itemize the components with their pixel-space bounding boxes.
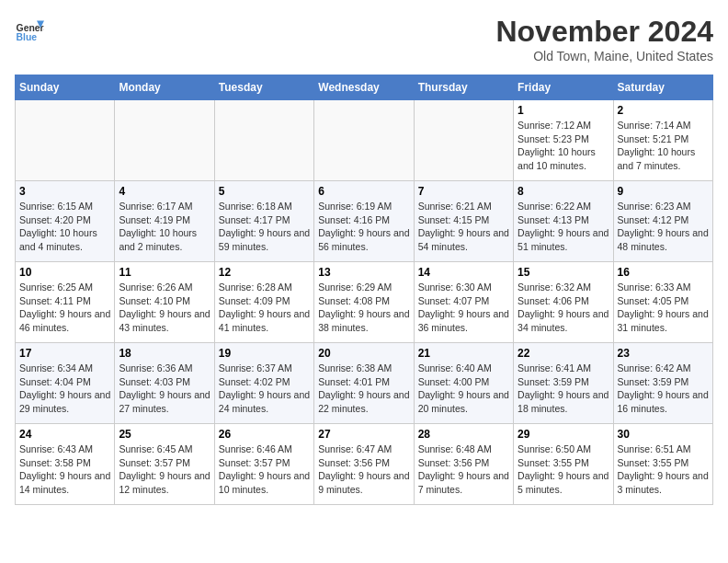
- logo: General Blue: [15, 15, 48, 44]
- day-number: 22: [518, 347, 609, 360]
- day-of-week-header: Sunday: [16, 75, 115, 100]
- day-number: 3: [19, 185, 110, 198]
- calendar-cell: 8Sunrise: 6:22 AM Sunset: 4:13 PM Daylig…: [514, 181, 613, 262]
- day-number: 17: [19, 347, 110, 360]
- day-number: 14: [418, 266, 509, 279]
- day-number: 7: [418, 185, 509, 198]
- day-number: 6: [318, 185, 409, 198]
- calendar-cell: 5Sunrise: 6:18 AM Sunset: 4:17 PM Daylig…: [214, 181, 313, 262]
- day-info: Sunrise: 6:21 AM Sunset: 4:15 PM Dayligh…: [418, 200, 509, 254]
- day-info: Sunrise: 6:47 AM Sunset: 3:56 PM Dayligh…: [318, 442, 409, 497]
- day-info: Sunrise: 6:36 AM Sunset: 4:03 PM Dayligh…: [119, 362, 210, 416]
- day-info: Sunrise: 6:30 AM Sunset: 4:07 PM Dayligh…: [418, 281, 509, 335]
- day-number: 24: [19, 428, 110, 441]
- calendar-cell: [214, 100, 313, 181]
- calendar-cell: [16, 100, 115, 181]
- calendar-week-row: 17Sunrise: 6:34 AM Sunset: 4:04 PM Dayli…: [16, 343, 713, 424]
- day-number: 15: [518, 266, 609, 279]
- calendar-cell: 4Sunrise: 6:17 AM Sunset: 4:19 PM Daylig…: [115, 181, 214, 262]
- day-number: 30: [618, 428, 709, 441]
- title-block: November 2024 Old Town, Maine, United St…: [495, 15, 713, 63]
- calendar-cell: 10Sunrise: 6:25 AM Sunset: 4:11 PM Dayli…: [16, 262, 115, 343]
- svg-text:Blue: Blue: [17, 32, 38, 42]
- calendar-cell: 11Sunrise: 6:26 AM Sunset: 4:10 PM Dayli…: [115, 262, 214, 343]
- day-info: Sunrise: 6:45 AM Sunset: 3:57 PM Dayligh…: [119, 442, 210, 497]
- day-number: 28: [418, 428, 509, 441]
- calendar-cell: 6Sunrise: 6:19 AM Sunset: 4:16 PM Daylig…: [314, 181, 414, 262]
- day-info: Sunrise: 6:17 AM Sunset: 4:19 PM Dayligh…: [119, 200, 210, 254]
- calendar-cell: 22Sunrise: 6:41 AM Sunset: 3:59 PM Dayli…: [514, 343, 613, 424]
- day-info: Sunrise: 6:19 AM Sunset: 4:16 PM Dayligh…: [318, 200, 409, 254]
- calendar-cell: 27Sunrise: 6:47 AM Sunset: 3:56 PM Dayli…: [314, 424, 414, 505]
- calendar-cell: 29Sunrise: 6:50 AM Sunset: 3:55 PM Dayli…: [514, 424, 613, 505]
- day-info: Sunrise: 6:33 AM Sunset: 4:05 PM Dayligh…: [618, 281, 709, 335]
- day-number: 13: [318, 266, 409, 279]
- calendar-week-row: 3Sunrise: 6:15 AM Sunset: 4:20 PM Daylig…: [16, 181, 713, 262]
- day-number: 12: [219, 266, 310, 279]
- day-number: 20: [318, 347, 409, 360]
- calendar-cell: [115, 100, 214, 181]
- calendar-cell: 17Sunrise: 6:34 AM Sunset: 4:04 PM Dayli…: [16, 343, 115, 424]
- calendar-week-row: 10Sunrise: 6:25 AM Sunset: 4:11 PM Dayli…: [16, 262, 713, 343]
- day-info: Sunrise: 6:28 AM Sunset: 4:09 PM Dayligh…: [219, 281, 310, 335]
- calendar-table: SundayMondayTuesdayWednesdayThursdayFrid…: [15, 75, 713, 505]
- day-number: 18: [119, 347, 210, 360]
- calendar-cell: [314, 100, 414, 181]
- day-number: 29: [518, 428, 609, 441]
- calendar-cell: 18Sunrise: 6:36 AM Sunset: 4:03 PM Dayli…: [115, 343, 214, 424]
- day-number: 26: [219, 428, 310, 441]
- day-number: 1: [518, 104, 609, 117]
- day-number: 19: [219, 347, 310, 360]
- calendar-cell: 14Sunrise: 6:30 AM Sunset: 4:07 PM Dayli…: [414, 262, 513, 343]
- calendar-cell: 28Sunrise: 6:48 AM Sunset: 3:56 PM Dayli…: [414, 424, 513, 505]
- calendar-cell: 12Sunrise: 6:28 AM Sunset: 4:09 PM Dayli…: [214, 262, 313, 343]
- day-info: Sunrise: 6:43 AM Sunset: 3:58 PM Dayligh…: [19, 442, 110, 497]
- day-info: Sunrise: 6:48 AM Sunset: 3:56 PM Dayligh…: [418, 442, 509, 497]
- day-info: Sunrise: 6:25 AM Sunset: 4:11 PM Dayligh…: [19, 281, 110, 335]
- day-number: 9: [618, 185, 709, 198]
- day-number: 10: [19, 266, 110, 279]
- calendar-cell: 1Sunrise: 7:12 AM Sunset: 5:23 PM Daylig…: [514, 100, 613, 181]
- day-number: 5: [219, 185, 310, 198]
- day-number: 23: [618, 347, 709, 360]
- day-number: 25: [119, 428, 210, 441]
- day-info: Sunrise: 6:26 AM Sunset: 4:10 PM Dayligh…: [119, 281, 210, 335]
- calendar-cell: 9Sunrise: 6:23 AM Sunset: 4:12 PM Daylig…: [613, 181, 712, 262]
- day-of-week-header: Tuesday: [214, 75, 313, 100]
- day-info: Sunrise: 6:15 AM Sunset: 4:20 PM Dayligh…: [19, 200, 110, 254]
- day-number: 2: [618, 104, 709, 117]
- calendar-cell: [414, 100, 513, 181]
- day-of-week-header: Saturday: [613, 75, 712, 100]
- day-info: Sunrise: 6:42 AM Sunset: 3:59 PM Dayligh…: [618, 362, 709, 416]
- day-number: 27: [318, 428, 409, 441]
- calendar-cell: 30Sunrise: 6:51 AM Sunset: 3:55 PM Dayli…: [613, 424, 712, 505]
- month-title: November 2024: [495, 15, 713, 49]
- calendar-cell: 26Sunrise: 6:46 AM Sunset: 3:57 PM Dayli…: [214, 424, 313, 505]
- calendar-cell: 19Sunrise: 6:37 AM Sunset: 4:02 PM Dayli…: [214, 343, 313, 424]
- page-header: General Blue November 2024 Old Town, Mai…: [15, 15, 713, 63]
- calendar-cell: 3Sunrise: 6:15 AM Sunset: 4:20 PM Daylig…: [16, 181, 115, 262]
- calendar-cell: 25Sunrise: 6:45 AM Sunset: 3:57 PM Dayli…: [115, 424, 214, 505]
- day-info: Sunrise: 6:51 AM Sunset: 3:55 PM Dayligh…: [618, 442, 709, 497]
- day-info: Sunrise: 6:18 AM Sunset: 4:17 PM Dayligh…: [219, 200, 310, 254]
- day-number: 21: [418, 347, 509, 360]
- calendar-cell: 7Sunrise: 6:21 AM Sunset: 4:15 PM Daylig…: [414, 181, 513, 262]
- day-info: Sunrise: 6:46 AM Sunset: 3:57 PM Dayligh…: [219, 442, 310, 497]
- calendar-cell: 13Sunrise: 6:29 AM Sunset: 4:08 PM Dayli…: [314, 262, 414, 343]
- logo-icon: General Blue: [15, 15, 44, 44]
- day-number: 4: [119, 185, 210, 198]
- day-info: Sunrise: 6:41 AM Sunset: 3:59 PM Dayligh…: [518, 362, 609, 416]
- day-number: 16: [618, 266, 709, 279]
- calendar-cell: 21Sunrise: 6:40 AM Sunset: 4:00 PM Dayli…: [414, 343, 513, 424]
- day-number: 11: [119, 266, 210, 279]
- calendar-cell: 20Sunrise: 6:38 AM Sunset: 4:01 PM Dayli…: [314, 343, 414, 424]
- day-of-week-header: Thursday: [414, 75, 513, 100]
- day-of-week-header: Monday: [115, 75, 214, 100]
- day-info: Sunrise: 6:50 AM Sunset: 3:55 PM Dayligh…: [518, 442, 609, 497]
- day-info: Sunrise: 6:22 AM Sunset: 4:13 PM Dayligh…: [518, 200, 609, 254]
- location-title: Old Town, Maine, United States: [495, 49, 713, 63]
- calendar-cell: 2Sunrise: 7:14 AM Sunset: 5:21 PM Daylig…: [613, 100, 712, 181]
- day-info: Sunrise: 6:37 AM Sunset: 4:02 PM Dayligh…: [219, 362, 310, 416]
- day-of-week-header: Friday: [514, 75, 613, 100]
- day-info: Sunrise: 7:12 AM Sunset: 5:23 PM Dayligh…: [518, 119, 609, 173]
